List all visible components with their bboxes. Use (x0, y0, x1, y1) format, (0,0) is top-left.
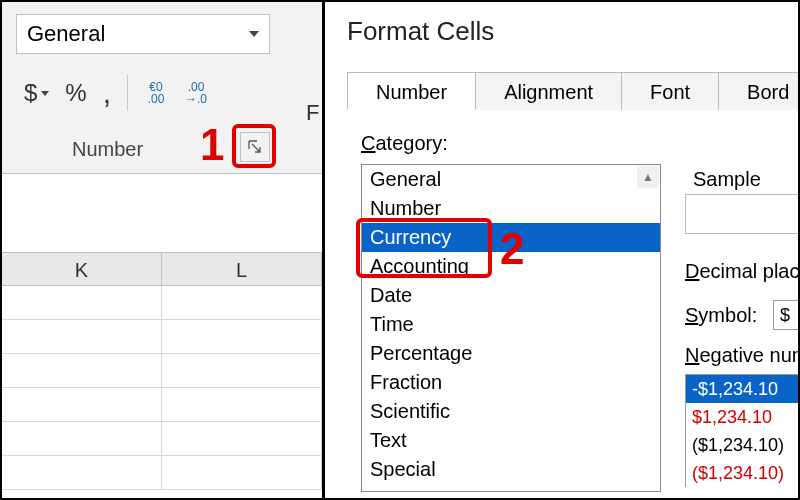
tab-border[interactable]: Bord (718, 72, 800, 110)
number-format-value: General (27, 21, 105, 47)
number-format-buttons: $ % , €0 .00 .00 →.0 (16, 72, 216, 114)
ribbon-group-label: Number (72, 138, 143, 161)
category-label: Category: (361, 132, 448, 155)
negative-numbers-label: Negative numb (685, 344, 800, 367)
increase-decimal-button[interactable]: €0 .00 (136, 72, 176, 114)
grid-row[interactable] (2, 320, 322, 354)
sample-box (685, 194, 800, 234)
symbol-label: Symbol: (685, 304, 757, 327)
column-header[interactable]: K (2, 253, 162, 285)
list-item[interactable]: Scientific (362, 397, 660, 426)
list-item[interactable]: Custom (362, 484, 660, 492)
dialog-tabs: Number Alignment Font Bord (347, 72, 800, 110)
list-item[interactable]: $1,234.10 (686, 403, 800, 431)
number-format-dropdown[interactable]: General (16, 14, 270, 54)
separator (127, 75, 128, 111)
list-item[interactable]: Date (362, 281, 660, 310)
list-item[interactable]: Time (362, 310, 660, 339)
partial-text: F (306, 100, 319, 126)
decrease-decimal-button[interactable]: .00 →.0 (176, 72, 216, 114)
list-item[interactable]: Fraction (362, 368, 660, 397)
grid-row[interactable] (2, 388, 322, 422)
grid-row[interactable] (2, 456, 322, 490)
spreadsheet-grid[interactable] (2, 286, 322, 490)
tab-font[interactable]: Font (621, 72, 719, 110)
list-item[interactable]: ($1,234.10) (686, 459, 800, 487)
percent-style-button[interactable]: % (57, 72, 94, 114)
accounting-format-button[interactable]: $ (16, 72, 57, 114)
annotation-box-1 (232, 124, 276, 168)
tab-number[interactable]: Number (347, 72, 476, 110)
annotation-number-2: 2 (500, 224, 524, 274)
column-headers: K L (2, 252, 322, 286)
list-item[interactable]: General (362, 165, 660, 194)
list-item[interactable]: Percentage (362, 339, 660, 368)
category-listbox[interactable]: ▲ General Number Currency Accounting Dat… (361, 164, 661, 492)
comma-style-button[interactable]: , (95, 72, 119, 114)
negative-numbers-listbox[interactable]: -$1,234.10 $1,234.10 ($1,234.10) ($1,234… (685, 374, 800, 487)
decimal-places-label: Decimal places (685, 260, 800, 283)
list-item[interactable]: Special (362, 455, 660, 484)
sample-label: Sample (693, 168, 761, 191)
list-item[interactable]: ($1,234.10) (686, 431, 800, 459)
grid-row[interactable] (2, 354, 322, 388)
scroll-up-icon[interactable]: ▲ (637, 166, 659, 188)
list-item[interactable]: Text (362, 426, 660, 455)
symbol-dropdown[interactable]: $ (773, 300, 800, 330)
column-header[interactable]: L (162, 253, 322, 285)
annotation-box-2 (356, 218, 492, 278)
tab-alignment[interactable]: Alignment (475, 72, 622, 110)
chevron-down-icon (249, 31, 259, 37)
grid-row[interactable] (2, 286, 322, 320)
list-item[interactable]: -$1,234.10 (686, 375, 800, 403)
dialog-title: Format Cells (347, 16, 494, 47)
annotation-number-1: 1 (200, 120, 224, 170)
grid-row[interactable] (2, 422, 322, 456)
